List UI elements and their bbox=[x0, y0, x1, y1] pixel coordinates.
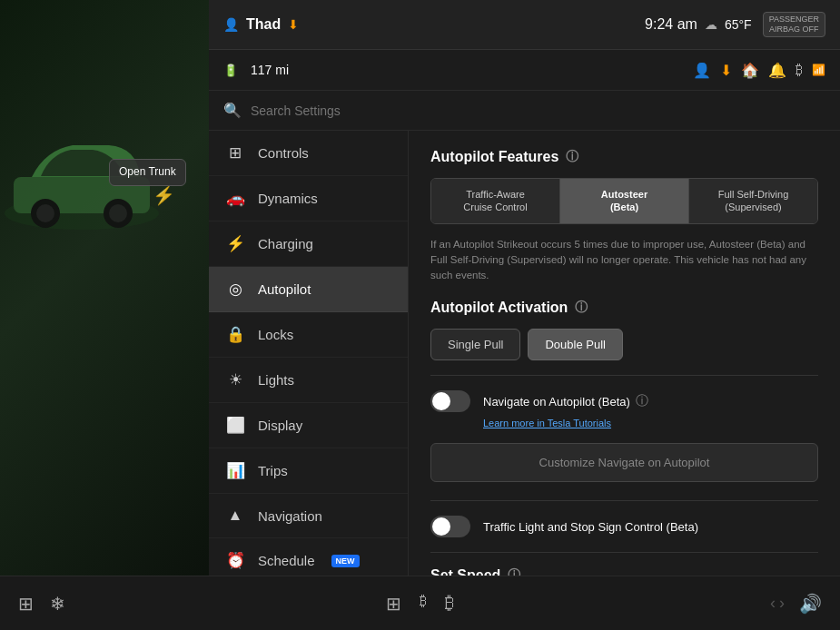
sidebar-label-trips: Trips bbox=[258, 463, 288, 478]
bell-icon[interactable]: 🔔 bbox=[768, 62, 786, 79]
set-speed-title-row: Set Speed ⓘ bbox=[430, 567, 818, 576]
bottom-center: ⊞ ₿ ₿ bbox=[386, 593, 454, 615]
trips-icon: 📊 bbox=[225, 461, 245, 480]
home-icon[interactable]: 🏠 bbox=[741, 62, 759, 79]
sidebar-label-charging: Charging bbox=[258, 236, 313, 251]
status-bar-left: 👤 Thad ⬇ bbox=[223, 16, 634, 33]
navigate-label-text: Navigate on Autopilot (Beta) bbox=[483, 395, 630, 409]
bottom-bar: ⊞ ❄ ⊞ ₿ ₿ ‹ › 🔊 bbox=[0, 576, 840, 630]
schedule-icon: ⏰ bbox=[225, 551, 245, 570]
status-bar-right: PASSENGERAIRBAG OFF bbox=[763, 12, 825, 37]
sidebar-item-dynamics[interactable]: 🚗 Dynamics bbox=[209, 176, 408, 221]
divider-1 bbox=[430, 375, 818, 376]
sidebar-label-dynamics: Dynamics bbox=[258, 191, 318, 206]
search-input[interactable] bbox=[251, 103, 825, 118]
open-trunk-button[interactable]: Open Trunk bbox=[109, 159, 186, 186]
main-content: Autopilot Features ⓘ Traffic-AwareCruise… bbox=[409, 131, 840, 576]
activation-tabs[interactable]: Single Pull Double Pull bbox=[430, 329, 818, 360]
miles-display: 117 mi bbox=[251, 63, 289, 77]
menu-icon[interactable]: ⊞ bbox=[18, 593, 34, 615]
svg-text:⚡: ⚡ bbox=[153, 184, 173, 206]
user-icon-secondary: 👤 bbox=[693, 62, 711, 79]
tab-autosteer[interactable]: Autosteer(Beta) bbox=[560, 179, 689, 223]
set-speed-title: Set Speed bbox=[430, 567, 500, 576]
sidebar-item-navigation[interactable]: ▲ Navigation bbox=[209, 494, 408, 538]
tab-full-self-driving[interactable]: Full Self-Driving(Supervised) bbox=[689, 179, 817, 223]
user-icon: 👤 bbox=[223, 17, 239, 32]
volume-icon[interactable]: 🔊 bbox=[799, 593, 822, 615]
customize-button[interactable]: Customize Navigate on Autopilot bbox=[430, 443, 818, 482]
sidebar-item-autopilot[interactable]: ◎ Autopilot bbox=[209, 267, 408, 312]
sidebar-item-display[interactable]: ⬜ Display bbox=[209, 403, 408, 448]
traffic-label: Traffic Light and Stop Sign Control (Bet… bbox=[483, 520, 698, 534]
tab-traffic-aware[interactable]: Traffic-AwareCruise Control bbox=[431, 179, 560, 223]
navigation-icon: ▲ bbox=[225, 507, 245, 525]
activation-title: Autopilot Activation bbox=[430, 300, 568, 316]
autopilot-icon: ◎ bbox=[225, 280, 245, 299]
time-display: 9:24 am bbox=[645, 16, 697, 33]
learn-more-link[interactable]: Learn more in Tesla Tutorials bbox=[483, 418, 818, 428]
sidebar-label-schedule: Schedule bbox=[258, 553, 315, 568]
sidebar-item-locks[interactable]: 🔒 Locks bbox=[209, 312, 408, 358]
activation-info-icon[interactable]: ⓘ bbox=[575, 300, 588, 316]
bluetooth-bottom-icon[interactable]: ₿ bbox=[445, 593, 454, 615]
sidebar-label-controls: Controls bbox=[258, 145, 309, 161]
username-display: Thad bbox=[246, 16, 281, 33]
search-bar[interactable]: 🔍 bbox=[209, 91, 840, 131]
car-image: ⚡ bbox=[0, 118, 173, 254]
svg-point-3 bbox=[36, 204, 54, 222]
tab-double-pull[interactable]: Double Pull bbox=[528, 329, 623, 360]
signal-icon: 📶 bbox=[812, 64, 825, 76]
open-trunk-label: Open Trunk bbox=[119, 165, 176, 178]
set-speed-info-icon[interactable]: ⓘ bbox=[508, 567, 520, 576]
left-panel: ⚡ Open Trunk bbox=[0, 0, 209, 630]
traffic-label-text: Traffic Light and Stop Sign Control (Bet… bbox=[483, 520, 698, 534]
arrow-right-icon[interactable]: › bbox=[779, 594, 785, 613]
sidebar-item-lights[interactable]: ☀ Lights bbox=[209, 358, 408, 403]
navigate-info-icon[interactable]: ⓘ bbox=[636, 393, 648, 409]
features-info-icon[interactable]: ⓘ bbox=[566, 149, 578, 165]
sidebar-item-controls[interactable]: ⊞ Controls bbox=[209, 131, 408, 176]
navigate-toggle-row: Navigate on Autopilot (Beta) ⓘ bbox=[430, 390, 818, 412]
bottom-left: ⊞ ❄ bbox=[18, 593, 65, 615]
strikeout-info: If an Autopilot Strikeout occurs 5 times… bbox=[430, 237, 818, 284]
sidebar-item-charging[interactable]: ⚡ Charging bbox=[209, 221, 408, 267]
search-icon: 🔍 bbox=[223, 102, 242, 119]
sidebar-item-schedule[interactable]: ⏰ Schedule NEW bbox=[209, 538, 408, 576]
apps-badge-icon[interactable]: ₿ bbox=[420, 593, 427, 615]
download-icon: ⬇ bbox=[288, 17, 299, 32]
new-badge: NEW bbox=[331, 555, 360, 567]
tab-single-pull[interactable]: Single Pull bbox=[430, 329, 520, 360]
status-bar-center: 9:24 am ☁ 65°F bbox=[645, 16, 752, 33]
bottom-right: ‹ › 🔊 bbox=[770, 593, 822, 615]
temp-display: 65°F bbox=[725, 17, 752, 32]
controls-icon: ⊞ bbox=[225, 143, 245, 162]
feature-tabs[interactable]: Traffic-AwareCruise Control Autosteer(Be… bbox=[430, 178, 818, 224]
airbag-badge: PASSENGERAIRBAG OFF bbox=[763, 12, 825, 37]
features-title: Autopilot Features bbox=[430, 149, 558, 165]
lights-icon: ☀ bbox=[225, 370, 245, 389]
locks-icon: 🔒 bbox=[225, 325, 245, 344]
dynamics-icon: 🚗 bbox=[225, 189, 245, 208]
arrow-left-icon[interactable]: ‹ bbox=[770, 594, 776, 613]
nav-arrows: ‹ › bbox=[770, 594, 785, 613]
bluetooth-icon[interactable]: ₿ bbox=[796, 62, 803, 78]
sidebar-label-autopilot: Autopilot bbox=[258, 281, 311, 297]
secondary-bar: 🔋 117 mi 👤 ⬇ 🏠 🔔 ₿ 📶 bbox=[209, 50, 840, 91]
activation-title-row: Autopilot Activation ⓘ bbox=[430, 300, 818, 316]
display-icon: ⬜ bbox=[225, 416, 245, 435]
apps-icon[interactable]: ⊞ bbox=[386, 593, 401, 615]
sidebar-label-display: Display bbox=[258, 418, 302, 433]
cloud-icon: ☁ bbox=[705, 17, 717, 32]
fan-icon[interactable]: ❄ bbox=[50, 593, 65, 615]
charging-icon: ⚡ bbox=[225, 234, 245, 253]
battery-icon: 🔋 bbox=[223, 64, 238, 77]
traffic-toggle[interactable] bbox=[430, 516, 470, 537]
secondary-right: 👤 ⬇ 🏠 🔔 ₿ 📶 bbox=[693, 62, 825, 79]
traffic-toggle-row: Traffic Light and Stop Sign Control (Bet… bbox=[430, 516, 818, 537]
sidebar: ⊞ Controls 🚗 Dynamics ⚡ Charging ◎ Autop… bbox=[209, 131, 409, 576]
navigate-toggle[interactable] bbox=[430, 390, 470, 412]
navigate-label: Navigate on Autopilot (Beta) ⓘ bbox=[483, 393, 648, 409]
sidebar-item-trips[interactable]: 📊 Trips bbox=[209, 448, 408, 494]
sidebar-label-locks: Locks bbox=[258, 327, 293, 342]
